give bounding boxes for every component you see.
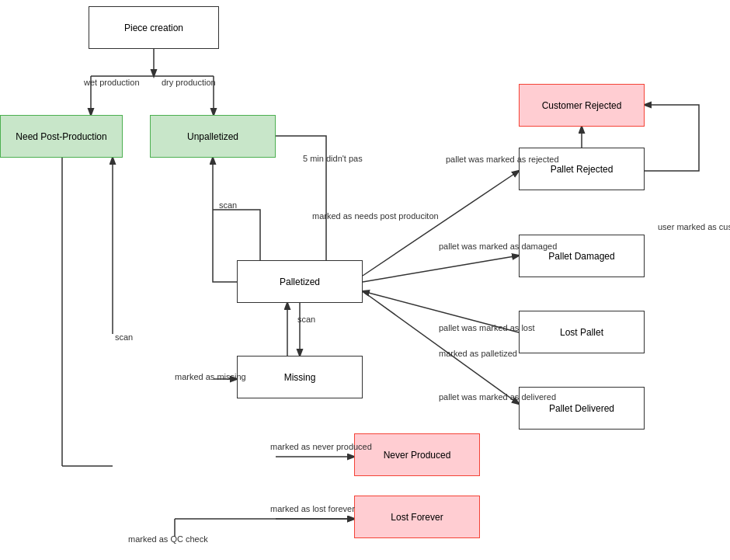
wet-production-label: wet production — [84, 78, 140, 87]
marked-never-produced-label: marked as never produced — [270, 441, 372, 452]
marked-missing-label: marked as missing — [175, 371, 246, 382]
scan1-label: scan — [219, 200, 237, 210]
user-marked-customer-rejected-label: user marked as customer rejected — [658, 221, 730, 232]
never-produced-node: Never Produced — [354, 433, 480, 476]
diagram: Piece creation Need Post-Production Unpa… — [0, 0, 730, 560]
pallet-marked-lost-label: pallet was marked as lost — [439, 322, 535, 333]
missing-node: Missing — [237, 356, 363, 398]
scan2-label: scan — [297, 315, 315, 324]
lost-pallet-node: Lost Pallet — [519, 311, 645, 353]
unpalletized-node: Unpalletized — [150, 115, 276, 158]
svg-line-7 — [363, 171, 519, 276]
pallet-marked-damaged-label: pallet was marked as damaged — [439, 241, 557, 252]
five-min-label: 5 min didn't pas — [303, 154, 363, 163]
lost-forever-node: Lost Forever — [354, 496, 480, 538]
marked-needs-post-label: marked as needs post produciton — [312, 211, 439, 221]
piece-creation-node: Piece creation — [89, 6, 219, 49]
scan3-label: scan — [115, 332, 133, 342]
marked-lost-forever-label: marked as lost forever — [270, 503, 355, 514]
customer-rejected-node: Customer Rejected — [519, 84, 645, 127]
pallet-marked-rejected-label: pallet was marked as rejected — [446, 154, 559, 165]
marked-palletized-label: marked as palletized — [439, 348, 517, 359]
pallet-delivered-label: pallet was marked as delivered — [439, 391, 556, 402]
svg-line-8 — [363, 256, 519, 282]
need-post-production-node: Need Post-Production — [0, 115, 123, 158]
marked-qc-check-label: marked as QC check — [128, 534, 208, 544]
palletized-node: Palletized — [237, 260, 363, 303]
dry-production-label: dry production — [162, 78, 216, 87]
